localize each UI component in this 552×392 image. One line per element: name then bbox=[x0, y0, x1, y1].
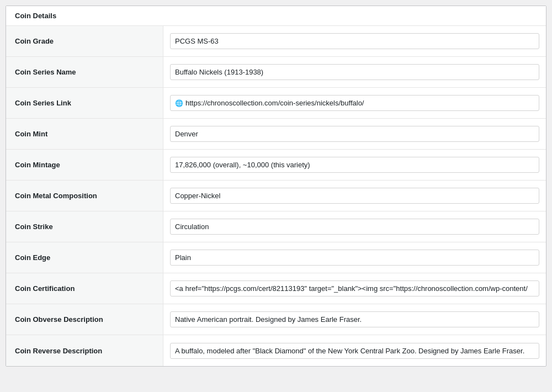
input-coin-obverse-description[interactable] bbox=[170, 311, 539, 327]
coin-details-panel: Coin Details Coin GradeCoin Series NameC… bbox=[6, 6, 546, 367]
field-row-coin-certification: Coin Certification bbox=[6, 273, 546, 304]
label-coin-series-link: Coin Series Link bbox=[6, 88, 163, 118]
value-cell-coin-reverse-description bbox=[163, 335, 546, 366]
input-coin-strike[interactable] bbox=[170, 219, 539, 235]
value-cell-coin-certification bbox=[163, 273, 546, 304]
label-coin-certification: Coin Certification bbox=[6, 273, 163, 304]
field-row-coin-edge: Coin Edge bbox=[6, 242, 546, 273]
value-cell-coin-obverse-description bbox=[163, 304, 546, 335]
field-row-coin-series-name: Coin Series Name bbox=[6, 57, 546, 88]
field-row-coin-reverse-description: Coin Reverse Description bbox=[6, 335, 546, 366]
value-cell-coin-grade bbox=[163, 26, 546, 56]
label-coin-mintage: Coin Mintage bbox=[6, 150, 163, 180]
input-coin-mint[interactable] bbox=[170, 126, 539, 142]
value-cell-coin-strike bbox=[163, 211, 546, 242]
value-cell-coin-series-link: 🌐 bbox=[163, 88, 546, 118]
input-coin-series-name[interactable] bbox=[170, 64, 539, 80]
link-wrapper-coin-series-link: 🌐 bbox=[170, 95, 539, 111]
input-coin-metal-composition[interactable] bbox=[170, 188, 539, 204]
label-coin-strike: Coin Strike bbox=[6, 211, 163, 242]
label-coin-reverse-description: Coin Reverse Description bbox=[6, 335, 163, 366]
value-cell-coin-metal-composition bbox=[163, 181, 546, 211]
input-coin-grade[interactable] bbox=[170, 33, 539, 49]
input-coin-edge[interactable] bbox=[170, 250, 539, 266]
label-coin-mint: Coin Mint bbox=[6, 119, 163, 149]
value-cell-coin-mintage bbox=[163, 150, 546, 180]
section-header: Coin Details bbox=[6, 6, 546, 26]
input-coin-series-link[interactable] bbox=[185, 99, 534, 107]
input-coin-reverse-description[interactable] bbox=[170, 343, 539, 359]
input-coin-certification[interactable] bbox=[170, 280, 539, 296]
fields-container: Coin GradeCoin Series NameCoin Series Li… bbox=[6, 26, 546, 366]
value-cell-coin-series-name bbox=[163, 57, 546, 87]
field-row-coin-obverse-description: Coin Obverse Description bbox=[6, 304, 546, 335]
field-row-coin-grade: Coin Grade bbox=[6, 26, 546, 57]
label-coin-grade: Coin Grade bbox=[6, 26, 163, 56]
field-row-coin-mint: Coin Mint bbox=[6, 119, 546, 150]
field-row-coin-strike: Coin Strike bbox=[6, 211, 546, 242]
value-cell-coin-edge bbox=[163, 242, 546, 273]
label-coin-obverse-description: Coin Obverse Description bbox=[6, 304, 163, 335]
label-coin-metal-composition: Coin Metal Composition bbox=[6, 181, 163, 211]
field-row-coin-mintage: Coin Mintage bbox=[6, 150, 546, 181]
label-coin-series-name: Coin Series Name bbox=[6, 57, 163, 87]
field-row-coin-metal-composition: Coin Metal Composition bbox=[6, 181, 546, 211]
value-cell-coin-mint bbox=[163, 119, 546, 149]
input-coin-mintage[interactable] bbox=[170, 157, 539, 173]
section-title: Coin Details bbox=[15, 12, 56, 20]
field-row-coin-series-link: Coin Series Link🌐 bbox=[6, 88, 546, 119]
globe-icon: 🌐 bbox=[175, 99, 183, 107]
label-coin-edge: Coin Edge bbox=[6, 242, 163, 273]
